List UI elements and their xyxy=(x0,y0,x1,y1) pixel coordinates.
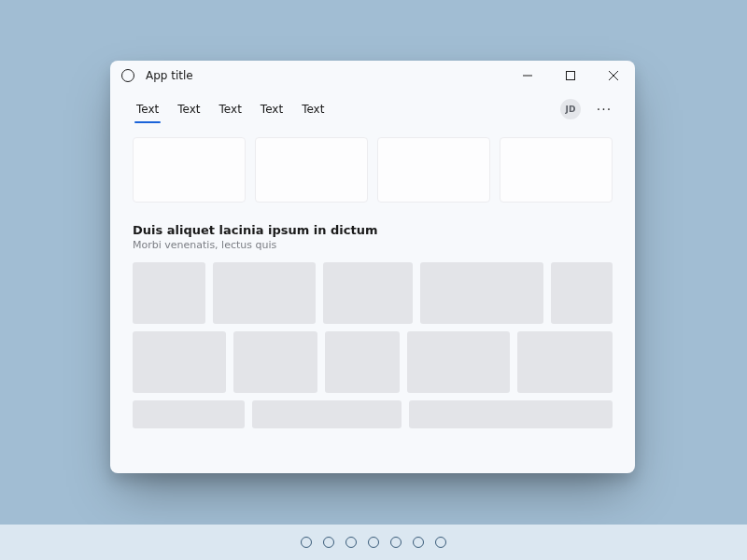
maximize-button[interactable] xyxy=(549,61,592,91)
tab-label: Text xyxy=(302,103,324,116)
hero-row xyxy=(133,137,613,203)
grid-row xyxy=(133,331,613,393)
hero-card[interactable] xyxy=(255,137,368,203)
tab-label: Text xyxy=(261,103,283,116)
tab-strip: Text Text Text Text Text xyxy=(127,97,333,121)
more-icon: ··· xyxy=(597,102,612,117)
close-button[interactable] xyxy=(592,61,635,91)
grid-tile[interactable] xyxy=(517,331,613,393)
grid-tile[interactable] xyxy=(323,262,413,324)
grid-row xyxy=(133,262,613,324)
pager-dot[interactable] xyxy=(345,537,357,548)
titlebar: App title xyxy=(110,61,635,91)
tab-2[interactable]: Text xyxy=(168,97,209,121)
tab-label: Text xyxy=(136,103,159,116)
pager-dot[interactable] xyxy=(390,537,402,548)
grid-tile[interactable] xyxy=(551,262,613,324)
pager-strip xyxy=(0,525,747,560)
pager-dot[interactable] xyxy=(435,537,446,548)
masonry-grid xyxy=(133,262,613,428)
close-icon xyxy=(609,71,618,80)
grid-tile[interactable] xyxy=(213,262,316,324)
pager-dot[interactable] xyxy=(301,537,312,548)
tab-label: Text xyxy=(177,103,200,116)
grid-tile[interactable] xyxy=(133,262,205,324)
grid-row xyxy=(133,400,613,428)
app-icon xyxy=(121,69,134,82)
grid-tile[interactable] xyxy=(409,400,613,428)
topbar: Text Text Text Text Text JD ··· xyxy=(110,91,635,128)
pager-dot[interactable] xyxy=(368,537,379,548)
grid-tile[interactable] xyxy=(407,331,510,393)
grid-tile[interactable] xyxy=(133,400,245,428)
maximize-icon xyxy=(566,71,575,80)
section-title: Duis aliquet lacinia ipsum in dictum xyxy=(133,223,613,237)
tab-3[interactable]: Text xyxy=(210,97,251,121)
minimize-button[interactable] xyxy=(506,61,549,91)
avatar-initials: JD xyxy=(566,105,576,114)
content: Duis aliquet lacinia ipsum in dictum Mor… xyxy=(110,128,635,473)
app-window: App title Text Text Text Text Text JD ··… xyxy=(110,61,635,473)
tab-4[interactable]: Text xyxy=(251,97,292,121)
tab-label: Text xyxy=(219,103,242,116)
grid-tile[interactable] xyxy=(233,331,317,393)
pager-dot[interactable] xyxy=(413,537,424,548)
window-title: App title xyxy=(146,69,193,82)
grid-tile[interactable] xyxy=(325,331,400,393)
grid-tile[interactable] xyxy=(133,331,226,393)
grid-tile[interactable] xyxy=(252,400,402,428)
hero-card[interactable] xyxy=(377,137,490,203)
tab-5[interactable]: Text xyxy=(292,97,333,121)
grid-tile[interactable] xyxy=(420,262,543,324)
hero-card[interactable] xyxy=(500,137,613,203)
more-button[interactable]: ··· xyxy=(590,95,618,123)
tab-1[interactable]: Text xyxy=(127,97,168,121)
pager-dot[interactable] xyxy=(323,537,334,548)
hero-card[interactable] xyxy=(133,137,246,203)
svg-rect-0 xyxy=(567,72,575,80)
minimize-icon xyxy=(523,71,532,80)
avatar[interactable]: JD xyxy=(560,99,581,119)
section-subtitle: Morbi venenatis, lectus quis xyxy=(133,239,613,251)
